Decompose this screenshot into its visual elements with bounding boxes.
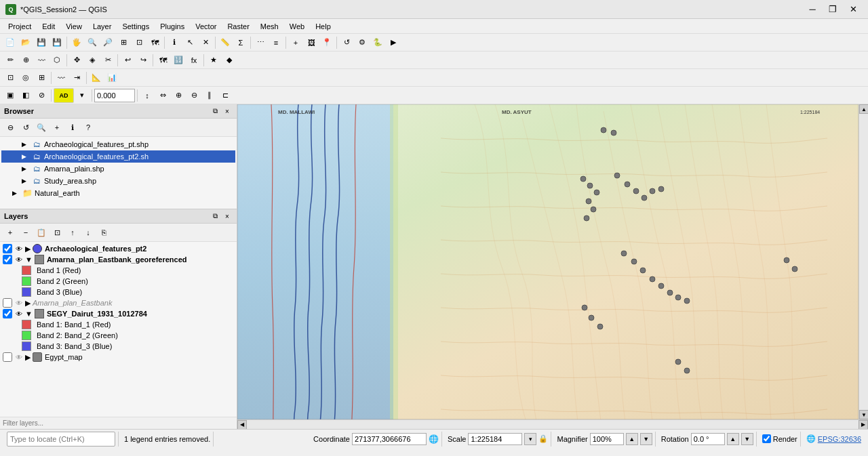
maximize-button[interactable]: ❐ (823, 2, 842, 17)
menu-item-web[interactable]: Web (284, 21, 310, 32)
menu-item-layer[interactable]: Layer (87, 21, 117, 32)
crs-label[interactable]: EPSG:32636 (818, 435, 861, 443)
zoom-out-button[interactable]: 🔎 (100, 35, 115, 50)
zoom-in-button[interactable]: 🔍 (85, 35, 100, 50)
snap-btn3[interactable]: ⊞ (34, 70, 49, 85)
console-button[interactable]: ▶ (386, 35, 401, 50)
browser-props-button[interactable]: ℹ (65, 120, 80, 135)
map-scrollbar-h[interactable]: ◀ ▶ (237, 419, 868, 429)
map-area[interactable]: MD. MALLAWI MD. ASYUT (237, 104, 859, 419)
browser-help-button[interactable]: ? (81, 120, 96, 135)
tree-item-arch-pt[interactable]: ▶ 🗂 Archaeological_features_pt.shp (1, 138, 235, 150)
ad-button[interactable]: AD (54, 88, 74, 103)
settings-button[interactable]: ⚙ (355, 35, 370, 50)
render-checkbox[interactable] (762, 434, 771, 443)
layer-expand-arch-pt2[interactable]: ▶ (25, 245, 31, 253)
magnifier-down-button[interactable]: ▼ (640, 433, 652, 445)
layout-btn[interactable]: 📐 (89, 70, 104, 85)
layers-add-button[interactable]: + (3, 225, 18, 240)
plugin-btn1[interactable]: ★ (206, 53, 221, 68)
zoom-extent-button[interactable]: ⊞ (116, 35, 131, 50)
layers-remove-button[interactable]: − (18, 225, 33, 240)
layer-item-arch-pt2[interactable]: 👁 ▶ Archaeological_features_pt2 (1, 243, 235, 254)
layer-check-amarna-plain[interactable] (3, 298, 12, 308)
locate-input[interactable] (7, 432, 115, 447)
python-button[interactable]: 🐍 (370, 35, 385, 50)
open-project-button[interactable]: 📂 (18, 35, 33, 50)
minimize-button[interactable]: ─ (803, 2, 822, 17)
delete-part-button[interactable]: ✂ (100, 53, 115, 68)
rotation-down-button[interactable]: ▼ (741, 433, 753, 445)
field-calc-button[interactable]: fx (186, 53, 201, 68)
undo-edit-button[interactable]: ↩ (120, 53, 135, 68)
edit-tool2[interactable]: ⇔ (155, 88, 170, 103)
layer-tree-button[interactable]: ≡ (269, 35, 283, 50)
browser-filter-button[interactable]: 🔍 (34, 120, 49, 135)
report-btn[interactable]: 📊 (104, 70, 119, 85)
layer-item-egypt[interactable]: 👁 ▶ Egypt_map (1, 352, 235, 362)
add-polygon-button[interactable]: ⬡ (50, 53, 64, 68)
edit-tool1[interactable]: ↕ (140, 88, 155, 103)
save-as-button[interactable]: 💾 (50, 35, 64, 50)
layer-check-segy[interactable] (3, 309, 12, 318)
new-project-button[interactable]: 📄 (3, 35, 18, 50)
menu-item-mesh[interactable]: Mesh (255, 21, 284, 32)
layer-expand-amarna-geo[interactable]: ▼ (25, 255, 33, 264)
layer-edit-btn1[interactable]: ▣ (3, 88, 18, 103)
layer-edit-btn2[interactable]: ◧ (18, 88, 33, 103)
layer-item-segy[interactable]: 👁 ▼ SEGY_Dairut_1931_1012784 (1, 308, 235, 319)
menu-item-vector[interactable]: Vector (190, 21, 222, 32)
layer-expand-segy[interactable]: ▼ (25, 310, 33, 318)
edit-button[interactable]: ✏ (3, 53, 18, 68)
browser-refresh-button[interactable]: ↺ (18, 120, 33, 135)
menu-item-plugins[interactable]: Plugins (155, 21, 190, 32)
layer-check-arch-pt2[interactable] (3, 244, 12, 253)
close-button[interactable]: ✕ (844, 2, 863, 17)
measure-button[interactable]: 📏 (218, 35, 233, 50)
menu-item-view[interactable]: View (60, 21, 87, 32)
snap-btn1[interactable]: ⊡ (3, 70, 18, 85)
add-line-button[interactable]: 〰 (34, 53, 49, 68)
redo-edit-button[interactable]: ↪ (136, 53, 151, 68)
browser-close-button[interactable]: × (222, 106, 233, 117)
tree-item-amarna[interactable]: ▶ 🗂 Amarna_plain.shp (1, 163, 235, 175)
zoom-layer-button[interactable]: 🗺 (147, 35, 162, 50)
rotation-up-button[interactable]: ▲ (727, 433, 739, 445)
filter-button[interactable]: ⋯ (253, 35, 268, 50)
layers-move-down-button[interactable]: ↓ (81, 225, 96, 240)
identify-button[interactable]: ℹ (167, 35, 182, 50)
map-scrollbar-v[interactable]: ▲ ▼ (859, 104, 868, 419)
menu-item-edit[interactable]: Edit (37, 21, 60, 32)
layer-check-amarna-geo[interactable] (3, 255, 12, 264)
layers-open-attrs-button[interactable]: 📋 (34, 225, 49, 240)
edit-tool6[interactable]: ⊏ (218, 88, 233, 103)
trace-btn[interactable]: 〰 (54, 70, 68, 85)
stats-button[interactable]: Σ (233, 35, 248, 50)
tree-item-study[interactable]: ▶ 🗂 Study_area.shp (1, 175, 235, 187)
scroll-down-button[interactable]: ▼ (859, 410, 868, 419)
add-point-button[interactable]: ⊕ (18, 53, 33, 68)
calc-button[interactable]: 🔢 (171, 53, 186, 68)
coordinate-input[interactable] (352, 433, 427, 445)
plugin-btn2[interactable]: ◆ (222, 53, 237, 68)
select-button[interactable]: ↖ (182, 35, 197, 50)
tree-item-arch-pt2[interactable]: ▶ 🗂 Archaeological_features_pt2.sh (1, 150, 235, 163)
ad-dropdown[interactable]: ▾ (75, 88, 90, 103)
scale-input[interactable] (468, 433, 522, 445)
scroll-up-button[interactable]: ▲ (859, 104, 868, 114)
layer-edit-btn3[interactable]: ⊘ (34, 88, 49, 103)
add-raster-button[interactable]: 🖼 (304, 35, 319, 50)
layers-move-up-button[interactable]: ↑ (65, 225, 80, 240)
layers-duplicate-button[interactable]: ⎘ (96, 225, 111, 240)
rotation-input[interactable] (691, 433, 725, 445)
menu-item-project[interactable]: Project (3, 21, 37, 32)
snap-btn2[interactable]: ◎ (18, 70, 33, 85)
layers-close-button[interactable]: × (222, 211, 233, 222)
coord-input[interactable] (94, 89, 135, 102)
layers-float-button[interactable]: ⧉ (210, 211, 220, 222)
magnifier-input[interactable] (590, 433, 624, 445)
browser-collapse-button[interactable]: ⊖ (3, 120, 18, 135)
add-layer-button[interactable]: + (288, 35, 303, 50)
save-project-button[interactable]: 💾 (34, 35, 49, 50)
refresh-button[interactable]: ↺ (339, 35, 354, 50)
